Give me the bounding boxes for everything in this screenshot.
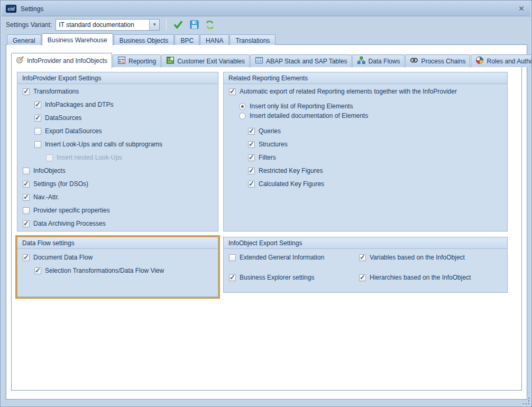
checkbox-insert-nested-lookups: Insert nested Look-Ups — [46, 153, 122, 162]
checkbox-document-data-flow[interactable]: Document Data Flow — [23, 253, 93, 262]
checkbox-nav-attr[interactable]: Nav.-Attr. — [23, 193, 59, 201]
checkbox-export-datasources[interactable]: Export DataSources — [34, 127, 102, 135]
checkbox-icon[interactable] — [34, 267, 41, 274]
checkbox-icon[interactable] — [34, 101, 41, 108]
radio-insert-detailed-documentation[interactable]: Insert detailed documentation of Element… — [239, 112, 368, 120]
tab-hana[interactable]: HANA — [200, 34, 229, 45]
checkbox-icon[interactable] — [34, 141, 41, 148]
save-button[interactable] — [187, 18, 201, 31]
checkbox-icon[interactable] — [23, 88, 30, 95]
tab-label: Business Warehouse — [48, 36, 107, 44]
checkbox-icon[interactable] — [23, 220, 30, 227]
checkbox-insert-lookups[interactable]: Insert Look-Ups and calls of subprograms — [34, 140, 162, 149]
tab-label: HANA — [206, 37, 223, 44]
group-title: InfoProvider Export Settings — [17, 72, 218, 84]
checkbox-restricted-key-figures[interactable]: Restricted Key Figures — [248, 166, 323, 175]
checkbox-settings-for-dsos[interactable]: Settings (for DSOs) — [23, 180, 88, 188]
tab-label: ABAP Stack and SAP Tables — [266, 58, 347, 65]
checkbox-icon[interactable] — [248, 128, 255, 135]
tab-customer-exit-variables[interactable]: X= VA Customer Exit Variables — [161, 54, 250, 67]
checkbox-icon[interactable] — [229, 254, 236, 261]
title-bar[interactable]: cid Settings ✕ — [2, 2, 530, 16]
infoprovider-icon — [16, 56, 24, 66]
checkbox-label: Insert nested Look-Ups — [57, 154, 122, 161]
apply-button[interactable] — [171, 18, 185, 31]
tab-label: Translations — [235, 37, 270, 44]
checkbox-selection-transformations-data-flow-view[interactable]: Selection Transformations/Data Flow View — [34, 266, 164, 275]
checkbox-icon[interactable] — [248, 154, 255, 161]
data-flows-icon — [357, 56, 365, 66]
checkbox-label: Nav.-Attr. — [33, 193, 59, 201]
checkbox-variables-based-on-infoobject[interactable]: Variables based on the InfoObject — [359, 253, 465, 262]
group-title-text: Data Flow settings — [22, 239, 75, 247]
checkbox-hierarchies-based-on-infoobject[interactable]: Hierarchies based on the InfoObject — [359, 273, 471, 282]
tab-label: General — [13, 37, 35, 44]
checkbox-filters[interactable]: Filters — [248, 153, 276, 162]
checkbox-icon[interactable] — [23, 207, 30, 214]
checkbox-structures[interactable]: Structures — [248, 140, 288, 149]
group-data-flow-settings: Data Flow settings Document Data Flow Se… — [17, 237, 218, 297]
group-title-text: InfoObject Export Settings — [228, 239, 302, 247]
tab-data-flows[interactable]: Data Flows — [352, 54, 405, 67]
tab-infoprovider-and-infoobjects[interactable]: InfoProvider and InfoObjects — [11, 53, 112, 68]
tab-roles-and-authorizations[interactable]: Roles and Authorizations — [471, 54, 532, 67]
toolbar: Settings Variant: IT standard documentat… — [2, 17, 530, 32]
checkbox-infopackages-and-dtps[interactable]: InfoPackages and DTPs — [34, 100, 113, 109]
group-infoobject-export-settings: InfoObject Export Settings Extended Gene… — [223, 237, 508, 293]
checkbox-label: Insert Look-Ups and calls of subprograms — [45, 141, 162, 148]
checkbox-icon[interactable] — [248, 168, 255, 174]
checkbox-label: Variables based on the InfoObject — [370, 254, 465, 261]
tab-process-chains[interactable]: Process Chains — [405, 54, 470, 67]
checkbox-icon[interactable] — [23, 254, 30, 261]
tab-general[interactable]: General — [7, 34, 41, 45]
check-icon — [173, 20, 183, 30]
tab-reporting[interactable]: Reporting — [113, 54, 161, 67]
infoprovider-infoobjects-page: InfoProvider Export Settings Transformat… — [11, 67, 522, 391]
checkbox-label: Document Data Flow — [33, 254, 93, 261]
settings-variant-value[interactable]: IT standard documentation — [56, 20, 149, 30]
chevron-down-icon[interactable]: ▼ — [149, 20, 159, 30]
checkbox-label: Transformations — [33, 88, 79, 95]
floppy-disk-icon — [190, 20, 199, 29]
tab-business-warehouse[interactable]: Business Warehouse — [42, 33, 113, 45]
close-icon[interactable]: ✕ — [517, 5, 526, 13]
tab-abap-stack-and-sap-tables[interactable]: ABAP Stack and SAP Tables — [250, 54, 352, 67]
checkbox-queries[interactable]: Queries — [248, 127, 281, 135]
radio-icon[interactable] — [239, 103, 246, 110]
outer-tab-strip: General Business Warehouse Business Obje… — [7, 33, 276, 45]
checkbox-icon[interactable] — [229, 274, 236, 281]
checkbox-label: Export DataSources — [45, 127, 102, 135]
checkbox-icon[interactable] — [359, 254, 366, 261]
settings-variant-combobox[interactable]: IT standard documentation ▼ — [56, 19, 160, 31]
checkbox-provider-specific-properties[interactable]: Provider specific properties — [23, 206, 110, 215]
checkbox-icon[interactable] — [23, 168, 30, 174]
checkbox-business-explorer-settings[interactable]: Business Explorer settings — [229, 273, 314, 282]
checkbox-icon[interactable] — [359, 274, 366, 281]
radio-insert-only-list[interactable]: Insert only list of Reporting Elements — [239, 102, 353, 110]
checkbox-label: Automatic export of related Reporting el… — [240, 88, 457, 95]
checkbox-calculated-key-figures[interactable]: Calculated Key Figures — [248, 180, 324, 188]
abap-stack-icon — [255, 56, 263, 66]
checkbox-icon[interactable] — [23, 181, 30, 188]
tab-bpc[interactable]: BPC — [175, 34, 199, 45]
checkbox-icon[interactable] — [34, 115, 41, 122]
checkbox-icon[interactable] — [248, 181, 255, 188]
checkbox-transformations[interactable]: Transformations — [23, 87, 79, 96]
tab-translations[interactable]: Translations — [230, 34, 276, 45]
checkbox-data-archiving-processes[interactable]: Data Archiving Processes — [23, 219, 106, 228]
checkbox-datasources[interactable]: DataSources — [34, 114, 81, 122]
checkbox-icon — [46, 154, 53, 161]
checkbox-icon[interactable] — [34, 128, 41, 135]
checkbox-icon[interactable] — [23, 194, 30, 201]
refresh-button[interactable] — [203, 18, 217, 31]
checkbox-infoobjects[interactable]: InfoObjects — [23, 166, 66, 175]
checkbox-extended-general-information[interactable]: Extended General Information — [229, 253, 324, 262]
tab-label: BPC — [180, 37, 194, 44]
group-title-text: InfoProvider Export Settings — [22, 75, 101, 82]
radio-icon[interactable] — [239, 113, 246, 119]
checkbox-icon[interactable] — [248, 141, 255, 148]
tab-label: Data Flows — [368, 58, 400, 65]
checkbox-automatic-export-reporting[interactable]: Automatic export of related Reporting el… — [229, 87, 457, 96]
tab-business-objects[interactable]: Business Objects — [114, 34, 175, 45]
checkbox-icon[interactable] — [229, 88, 236, 95]
